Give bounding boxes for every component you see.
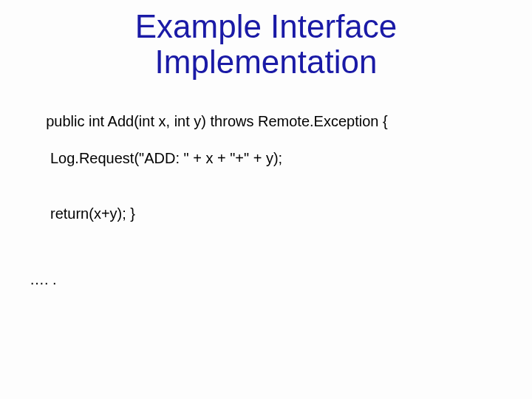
title-line-1: Example Interface [135,8,398,44]
code-line-1: public int Add(int x, int y) throws Remo… [46,113,387,129]
code-ellipsis: …. . [30,270,502,289]
title-line-2: Implementation [155,44,378,80]
code-block: public int Add(int x, int y) throws Remo… [30,94,502,326]
slide-title: Example Interface Implementation [30,9,502,81]
slide: Example Interface Implementation public … [0,0,532,399]
code-line-3: return(x+y); } [30,205,502,223]
code-line-2: Log.Request("ADD: " + x + "+" + y); [30,149,502,168]
